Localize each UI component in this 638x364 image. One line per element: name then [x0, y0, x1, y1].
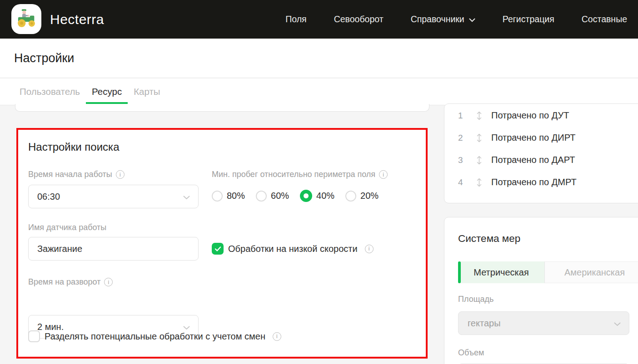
annotation-highlight-box: Настройки поиска Время начала работы 06:…	[16, 128, 428, 359]
checkbox-unchecked[interactable]	[28, 330, 40, 342]
chevron-down-icon	[614, 318, 621, 329]
chevron-down-icon	[183, 192, 190, 202]
nav-item-directories[interactable]: Справочники	[411, 14, 475, 25]
radio-label: 20%	[360, 191, 379, 201]
settings-tabbar: Пользователь Ресурс Карты	[0, 79, 638, 105]
tab-maps[interactable]: Карты	[128, 79, 166, 105]
top-navbar: Hecterra Поля Севооборот Справочники Рег…	[0, 0, 638, 39]
radio-circle-selected[interactable]	[300, 190, 312, 202]
list-item[interactable]: 1 Потрачено по ДУТ	[444, 104, 638, 127]
start-time-value: 06:30	[37, 192, 60, 202]
list-item-number: 4	[458, 177, 465, 187]
radio-circle[interactable]	[256, 191, 267, 202]
list-item-number: 1	[458, 111, 465, 121]
app-root: Hecterra Поля Севооборот Справочники Рег…	[0, 0, 638, 364]
main-nav: Поля Севооборот Справочники Регистрация …	[285, 0, 627, 39]
drag-updown-icon[interactable]	[476, 177, 482, 187]
measure-system-card: Система мер Метрическая Американская Пло…	[444, 217, 638, 364]
segment-metric[interactable]: Метрическая	[458, 261, 544, 283]
drag-updown-icon[interactable]	[476, 155, 482, 165]
measure-system-heading: Система мер	[458, 233, 638, 245]
volume-label: Объем	[458, 348, 484, 358]
radio-circle[interactable]	[212, 191, 223, 202]
radio-circle[interactable]	[345, 191, 356, 202]
radio-80[interactable]: 80%	[212, 191, 245, 202]
drag-updown-icon[interactable]	[476, 133, 482, 143]
measure-system-switch: Метрическая Американская	[458, 261, 638, 283]
tab-label: Пользователь	[20, 86, 80, 97]
nav-item-label: Поля	[285, 14, 306, 25]
page-header: Настройки	[0, 39, 638, 78]
app-logo[interactable]	[11, 4, 41, 34]
nav-item-label: Севооборот	[334, 14, 384, 25]
start-time-select[interactable]: 06:30	[28, 185, 199, 208]
start-time-label: Время начала работы	[28, 170, 125, 179]
list-item-number: 3	[458, 155, 465, 165]
tab-label: Ресурс	[92, 86, 122, 97]
list-item[interactable]: 3 Потрачено по ДАРТ	[444, 149, 638, 171]
field-label-text: Время начала работы	[28, 170, 112, 179]
tab-user[interactable]: Пользователь	[14, 79, 86, 105]
area-label: Площадь	[458, 295, 493, 304]
checkbox-label: Обработки на низкой скорости	[228, 244, 358, 254]
previous-section-card-edge	[15, 104, 429, 112]
tab-label: Карты	[134, 86, 160, 97]
active-segment-bar	[458, 261, 461, 283]
radio-label: 40%	[316, 191, 334, 201]
info-icon[interactable]	[104, 278, 113, 286]
tractor-icon	[15, 6, 38, 32]
radio-60[interactable]: 60%	[256, 191, 289, 202]
nav-item-label: Регистрация	[503, 14, 554, 25]
list-item[interactable]: 4 Потрачено по ДМРТ	[444, 171, 638, 193]
min-mileage-radio-group: 80% 60% 40% 20%	[212, 190, 379, 202]
radio-label: 60%	[271, 191, 289, 201]
nav-item-label: Справочники	[411, 14, 464, 25]
search-settings-heading: Настройки поиска	[28, 141, 119, 153]
list-item-label: Потрачено по ДИРТ	[491, 133, 575, 143]
tab-resource[interactable]: Ресурс	[86, 79, 128, 105]
segment-american[interactable]: Американская	[544, 261, 638, 283]
info-icon[interactable]	[273, 332, 281, 341]
info-icon[interactable]	[379, 170, 388, 179]
turn-time-label: Время на разворот	[28, 277, 113, 287]
page-title: Настройки	[14, 51, 74, 65]
field-label-text: Время на разворот	[28, 277, 100, 287]
list-item-number: 2	[458, 133, 465, 143]
list-item[interactable]: 2 Потрачено по ДИРТ	[444, 127, 638, 149]
drag-updown-icon[interactable]	[476, 111, 482, 121]
sensor-name-label: Имя датчика работы	[28, 223, 106, 232]
checkbox-checked[interactable]	[212, 243, 224, 255]
segment-label: Американская	[564, 267, 625, 278]
chevron-down-icon	[469, 14, 475, 25]
radio-40[interactable]: 40%	[300, 190, 334, 202]
list-item-label: Потрачено по ДАРТ	[491, 155, 575, 165]
checkbox-label: Разделять потенциальные обработки с учет…	[45, 331, 265, 342]
brand-title: Hecterra	[50, 0, 104, 39]
list-item-label: Потрачено по ДУТ	[491, 110, 569, 121]
fuel-priority-list-card: 1 Потрачено по ДУТ 2 Потрачено по ДИРТ 3…	[444, 103, 638, 203]
nav-item-fields[interactable]: Поля	[285, 14, 306, 25]
list-item-label: Потрачено по ДМРТ	[491, 177, 577, 187]
radio-20[interactable]: 20%	[345, 191, 379, 202]
nav-item-registration[interactable]: Регистрация	[503, 14, 554, 25]
low-speed-check-row: Обработки на низкой скорости	[212, 243, 374, 255]
min-mileage-label: Мин. пробег относительно периметра поля	[212, 170, 388, 179]
sensor-name-input[interactable]	[28, 237, 199, 261]
area-select-value: гектары	[468, 318, 501, 329]
info-icon[interactable]	[365, 245, 374, 253]
nav-item-compound[interactable]: Составные	[582, 14, 627, 25]
field-label-text: Мин. пробег относительно периметра поля	[212, 170, 375, 179]
radio-label: 80%	[227, 191, 245, 201]
info-icon[interactable]	[116, 170, 125, 179]
field-label-text: Имя датчика работы	[28, 223, 106, 232]
split-shifts-check-row: Разделять потенциальные обработки с учет…	[28, 330, 281, 342]
area-select[interactable]: гектары	[458, 311, 629, 335]
segment-label: Метрическая	[474, 267, 528, 278]
nav-item-crop-rotation[interactable]: Севооборот	[334, 14, 384, 25]
nav-item-label: Составные	[582, 14, 627, 25]
